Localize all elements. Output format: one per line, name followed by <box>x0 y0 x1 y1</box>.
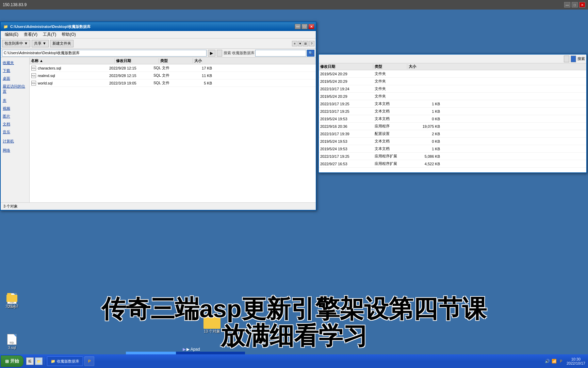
taskbar-clock[interactable]: 10:30 2022/10/17 <box>567 357 585 365</box>
tray-volume-icon[interactable]: 📶 <box>552 358 557 364</box>
view-options-icon[interactable]: ≡ <box>292 41 297 46</box>
col-date-header[interactable]: 修改日期 <box>115 58 159 63</box>
right-file-row-12[interactable]: 2022/9/27 16:53 应用程序扩展 4,522 KB <box>319 160 586 168</box>
explorer-left-sidebar: 收藏夹 下载 桌面 最近访问的位置 库 视频 图片 文档 音乐 计算机 网络 <box>1 58 30 202</box>
right-search-icon <box>571 56 576 62</box>
explorer-left-close[interactable]: ✕ <box>308 24 314 29</box>
rfile-date-10: 2019/5/24 19:53 <box>319 147 373 151</box>
right-file-row-8[interactable]: 2022/10/17 19:39 配置设置 2 KB <box>319 130 586 138</box>
sidebar-item-download[interactable]: 下载 <box>2 67 28 75</box>
view-tiles-icon[interactable]: ⊞ <box>303 41 308 46</box>
rfile-size-5: 1 KB <box>407 109 441 113</box>
right-extras <box>564 56 569 62</box>
menu-tools[interactable]: 工具(T) <box>40 31 59 38</box>
rfile-type-8: 配置设置 <box>373 131 407 136</box>
right-file-row-2[interactable]: 2022/10/17 19:24 文件夹 <box>319 85 586 93</box>
tray-network-icon[interactable]: 🔊 <box>545 358 550 364</box>
sidebar-item-docs[interactable]: 文档 <box>2 120 28 128</box>
share-btn[interactable]: 共享 ▼ <box>32 40 49 47</box>
explorer-left: 📁 C:\Users\Administrator\Desktop\收魔版数据库 … <box>0 21 316 211</box>
file-row-2[interactable]: SQL world.sql 2022/3/19 19:05 SQL 文件 5 K… <box>30 79 316 87</box>
right-file-row-11[interactable]: 2022/10/17 19:25 应用程序扩展 5,086 KB <box>319 153 586 160</box>
overlay-line2: 放满细看学习 <box>0 322 588 349</box>
file-type-1: SQL 文件 <box>152 73 186 78</box>
clock-time: 10:30 <box>567 357 585 361</box>
menu-help[interactable]: 帮助(O) <box>59 31 78 38</box>
address-go-btn[interactable]: ▶ <box>208 50 215 57</box>
sidebar-item-music[interactable]: 音乐 <box>2 128 28 136</box>
rdp-minimize-btn[interactable]: — <box>564 2 570 7</box>
rcol-size-header[interactable]: 大小 <box>407 64 441 69</box>
rdp-maximize-btn[interactable]: □ <box>572 2 578 7</box>
sidebar-item-pictures[interactable]: 图片 <box>2 112 28 120</box>
taskbar-explorer-label: 收魔版数据库 <box>57 359 79 364</box>
rfile-type-1: 文件夹 <box>373 79 407 84</box>
rfile-size-10: 1 KB <box>407 147 441 151</box>
explorer-left-maximize[interactable]: □ <box>301 24 308 29</box>
rfile-date-5: 2022/10/17 19:25 <box>319 109 373 113</box>
taskbar-btn-p[interactable]: P <box>84 356 94 366</box>
file-name-text-2: world.sql <box>38 81 52 85</box>
quick-launch-icon-1[interactable]: IE <box>26 357 34 365</box>
start-windows-icon: ⊞ <box>5 359 9 364</box>
start-label: 开始 <box>10 358 19 364</box>
file-size-0: 17 KB <box>186 66 213 70</box>
start-button[interactable]: ⊞ 开始 <box>1 355 23 367</box>
rfile-type-9: 文本文档 <box>373 139 407 144</box>
search-input[interactable] <box>255 50 306 57</box>
col-size-header[interactable]: 大小 <box>193 58 220 63</box>
right-file-row-5[interactable]: 2022/10/17 19:25 文本文档 1 KB <box>319 108 586 115</box>
right-file-row-10[interactable]: 2019/5/24 19:53 文本文档 1 KB <box>319 145 586 153</box>
rfile-type-4: 文本文档 <box>373 101 407 106</box>
right-file-row-1[interactable]: 2019/5/24 20:29 文件夹 <box>319 78 586 85</box>
sidebar-item-desktop[interactable]: 桌面 <box>2 75 28 82</box>
taskbar: ⊞ 开始 IE 📁 📁 收魔版数据库 P 🔊 <box>0 354 588 368</box>
right-file-row-6[interactable]: 2019/5/24 19:53 文本文档 0 KB <box>319 115 586 123</box>
rfile-date-3: 2019/5/24 20:29 <box>319 94 373 98</box>
rfile-type-5: 文本文档 <box>373 109 407 114</box>
col-name-header[interactable]: 名称 ▲ <box>30 58 115 63</box>
clock-date: 2022/10/17 <box>567 361 585 365</box>
right-file-row-7[interactable]: 2022/9/16 20:36 应用程序 19,075 KB <box>319 123 586 130</box>
right-file-row-4[interactable]: 2022/10/17 19:25 文本文档 1 KB <box>319 100 586 108</box>
rfile-date-7: 2022/9/16 20:36 <box>319 124 373 128</box>
tray-security-icon[interactable]: P <box>558 358 564 364</box>
file-type-2: SQL 文件 <box>152 80 186 86</box>
menu-edit[interactable]: 编辑(E) <box>2 31 21 38</box>
address-input[interactable] <box>2 50 207 57</box>
file-row-1[interactable]: SQL realmd.sql 2022/9/28 12:15 SQL 文件 11… <box>30 72 316 79</box>
view-dropdown-icon[interactable]: ▼ <box>298 41 302 46</box>
address-extras <box>217 50 222 57</box>
sidebar-item-computer[interactable]: 计算机 <box>2 137 28 145</box>
help-icon[interactable]: ? <box>309 41 314 46</box>
sidebar-item-video[interactable]: 视频 <box>2 105 28 112</box>
sidebar-item-network[interactable]: 网络 <box>2 147 28 154</box>
new-folder-btn[interactable]: 新建文件夹 <box>50 40 74 47</box>
col-type-header[interactable]: 类型 <box>159 58 193 63</box>
taskbar-apps: 📁 收魔版数据库 P <box>46 356 542 366</box>
sidebar-item-favorites[interactable]: 收藏夹 <box>2 59 28 67</box>
sidebar-item-recent[interactable]: 最近访问的位置 <box>2 82 28 95</box>
taskbar-btn-explorer[interactable]: 📁 收魔版数据库 <box>47 356 83 366</box>
search-go-btn[interactable]: 🔍 <box>307 50 314 57</box>
rdp-close-btn[interactable]: ✕ <box>579 2 585 7</box>
file-date-0: 2022/9/28 12:15 <box>108 66 152 70</box>
rcol-type-header[interactable]: 类型 <box>373 64 407 69</box>
quick-launch-icon-2[interactable]: 📁 <box>35 357 43 365</box>
rfile-type-0: 文件夹 <box>373 71 407 76</box>
rfile-type-10: 文本文档 <box>373 146 407 151</box>
menu-view[interactable]: 查看(V) <box>21 31 40 38</box>
file-name-text-0: characters.sql <box>38 66 61 70</box>
right-file-row-0[interactable]: 2019/5/24 20:29 文件夹 <box>319 70 586 78</box>
file-date-2: 2022/3/19 19:05 <box>108 81 152 85</box>
rdp-titlebar: 150.138.83.9 — □ ✕ <box>0 0 588 10</box>
file-row-0[interactable]: SQL characters.sql 2022/9/28 12:15 SQL 文… <box>30 64 316 72</box>
rfile-type-12: 应用程序扩展 <box>373 161 407 166</box>
explorer-left-minimize[interactable]: — <box>295 24 301 29</box>
right-file-row-3[interactable]: 2019/5/24 20:29 文件夹 <box>319 93 586 100</box>
sidebar-item-library[interactable]: 库 <box>2 97 28 105</box>
rcol-date-header[interactable]: 修改日期 <box>319 64 373 69</box>
rdp-title: 150.138.83.9 <box>3 2 27 7</box>
right-file-row-9[interactable]: 2019/5/24 19:53 文本文档 0 KB <box>319 138 586 145</box>
include-library-btn[interactable]: 包含到库中 ▼ <box>2 40 30 47</box>
